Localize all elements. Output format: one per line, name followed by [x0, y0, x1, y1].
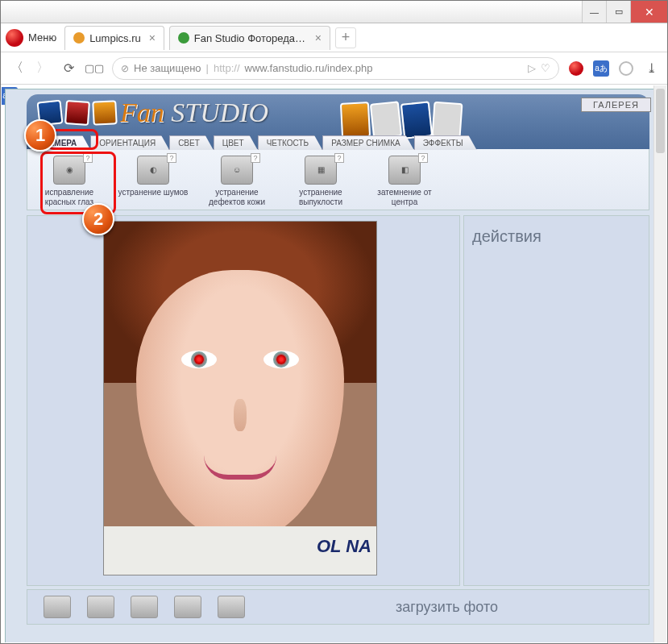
skin-icon: ☺? — [221, 156, 253, 185]
extensions-icon[interactable] — [619, 61, 633, 76]
thumb-button[interactable] — [174, 596, 201, 618]
thumb-button[interactable] — [87, 596, 114, 618]
help-icon[interactable]: ? — [83, 153, 93, 163]
url-path: www.fanstudio.ru/index.php — [245, 62, 373, 74]
tool-red-eye[interactable]: ◉? исправление красных глаз — [31, 154, 108, 208]
help-icon[interactable]: ? — [334, 153, 344, 163]
window-titlebar: — ▭ ✕ — [1, 1, 667, 23]
send-icon[interactable]: ▷ — [528, 62, 536, 74]
browser-tab[interactable]: Lumpics.ru × — [64, 26, 164, 50]
tab-size[interactable]: РАЗМЕР СНИМКА — [322, 135, 414, 150]
new-tab-button[interactable]: + — [335, 27, 356, 48]
logo-text-fan: Fan — [120, 98, 164, 127]
logo-decor — [341, 102, 462, 138]
gallery-button[interactable]: ГАЛЕРЕЯ — [581, 98, 651, 112]
favicon-icon — [178, 32, 189, 44]
forward-icon[interactable]: 〉 — [35, 60, 51, 77]
bulge-icon: ▦? — [305, 156, 337, 185]
tab-close-icon[interactable]: × — [315, 31, 322, 44]
tab-orientation[interactable]: ОРИЕНТАЦИЯ — [90, 135, 169, 150]
red-eye-spot — [194, 355, 204, 364]
noise-icon: ◐? — [137, 156, 169, 185]
butterfly-icon — [400, 101, 433, 139]
browser-tab[interactable]: Fan Studio Фоторедактор × — [169, 26, 330, 50]
photo-nose — [234, 399, 247, 431]
tab-color[interactable]: ЦВЕТ — [214, 135, 258, 150]
browser-tabstrip: Меню Lumpics.ru × Fan Studio Фоторедакто… — [1, 23, 667, 52]
url-protocol: http:// — [214, 62, 240, 74]
logo-text-studio: STUDIO — [171, 98, 268, 127]
scrollbar-thumb[interactable] — [656, 89, 665, 153]
category-tabs: КАМЕРА ОРИЕНТАЦИЯ СВЕТ ЦВЕТ ЧЕТКОСТЬ РАЗ… — [35, 135, 477, 150]
tool-label: устранение шумов — [116, 188, 190, 197]
favicon-icon — [73, 32, 85, 44]
bookmark-icon[interactable]: ♡ — [541, 62, 550, 74]
thumb-button[interactable] — [131, 596, 158, 618]
opera-sync-icon[interactable] — [569, 61, 583, 76]
window-maximize-button[interactable]: ▭ — [606, 1, 630, 23]
tools-toolbar: ◉? исправление красных глаз ◐? устранени… — [27, 149, 649, 210]
downloads-icon[interactable]: ⤓ — [643, 60, 659, 77]
opera-logo-icon[interactable] — [6, 29, 23, 47]
bottom-toolbar: загрузить фото — [27, 589, 649, 625]
tab-title: Fan Studio Фоторедактор — [194, 32, 307, 44]
tab-sharpness[interactable]: ЧЕТКОСТЬ — [258, 135, 323, 150]
tool-label: затемнение от центра — [367, 188, 442, 206]
shirt-text: OL NA — [317, 536, 371, 557]
red-eye-icon: ◉? — [53, 156, 85, 185]
tool-skin[interactable]: ☺? устранение дефектов кожи — [198, 154, 276, 208]
tool-bulge[interactable]: ▦? устранение выпуклости — [282, 154, 359, 208]
translate-icon[interactable]: aあ — [593, 60, 609, 77]
tool-noise[interactable]: ◐? устранение шумов — [114, 154, 192, 208]
tab-effects[interactable]: ЭФФЕКТЫ — [414, 135, 477, 150]
butterfly-icon — [340, 102, 371, 139]
page-viewport: aあ Fan STUDIO ГАЛЕРЕЯ КАМЕРА — [2, 85, 666, 642]
address-bar[interactable]: ⊘ Не защищено | http://www.fanstudio.ru/… — [112, 57, 559, 80]
tool-label: устранение дефектов кожи — [200, 188, 274, 206]
insecure-label: Не защищено — [134, 62, 201, 74]
canvas-panel: OL NA — [27, 215, 460, 586]
annotation-bubble: 1 — [24, 119, 56, 152]
site-header: Fan STUDIO ГАЛЕРЕЯ КАМЕРА ОРИЕНТАЦИЯ СВЕ… — [27, 94, 649, 149]
browser-toolbar: 〈 〉 ⟳ ▢▢ ⊘ Не защищено | http://www.fans… — [1, 52, 667, 85]
window-close-button[interactable]: ✕ — [630, 1, 667, 23]
thumb-button[interactable] — [44, 596, 71, 618]
tab-title: Lumpics.ru — [89, 32, 141, 44]
vignette-icon: ◧? — [388, 156, 421, 185]
actions-title: действия — [472, 227, 641, 246]
upload-label[interactable]: загрузить фото — [396, 599, 498, 616]
reload-icon[interactable]: ⟳ — [60, 60, 77, 77]
speed-dial-icon[interactable]: ▢▢ — [86, 60, 102, 77]
thumb-button[interactable] — [218, 596, 245, 618]
site-logo[interactable]: Fan STUDIO — [38, 98, 268, 128]
vertical-scrollbar[interactable] — [653, 85, 666, 642]
actions-panel: действия — [463, 215, 649, 586]
help-icon[interactable]: ? — [418, 153, 428, 163]
butterfly-icon — [92, 100, 118, 126]
photo-eye — [181, 351, 217, 368]
photo-canvas[interactable]: OL NA — [103, 221, 377, 575]
browser-menu-label[interactable]: Меню — [28, 31, 56, 44]
help-icon[interactable]: ? — [251, 153, 260, 163]
photo-shirt: OL NA — [104, 526, 376, 575]
photo-eye — [263, 351, 299, 368]
butterfly-icon — [370, 101, 402, 139]
window-minimize-button[interactable]: — — [582, 1, 606, 23]
insecure-icon: ⊘ — [121, 63, 129, 74]
tab-close-icon[interactable]: × — [149, 31, 156, 44]
help-icon[interactable]: ? — [167, 153, 176, 163]
annotation-bubble: 2 — [82, 203, 114, 235]
tool-label: устранение выпуклости — [284, 188, 358, 206]
tool-vignette[interactable]: ◧? затемнение от центра — [366, 154, 443, 208]
red-eye-spot — [276, 355, 286, 364]
tab-light[interactable]: СВЕТ — [169, 135, 214, 150]
butterfly-icon — [64, 100, 90, 126]
butterfly-icon — [432, 102, 463, 139]
back-icon[interactable]: 〈 — [9, 60, 25, 77]
